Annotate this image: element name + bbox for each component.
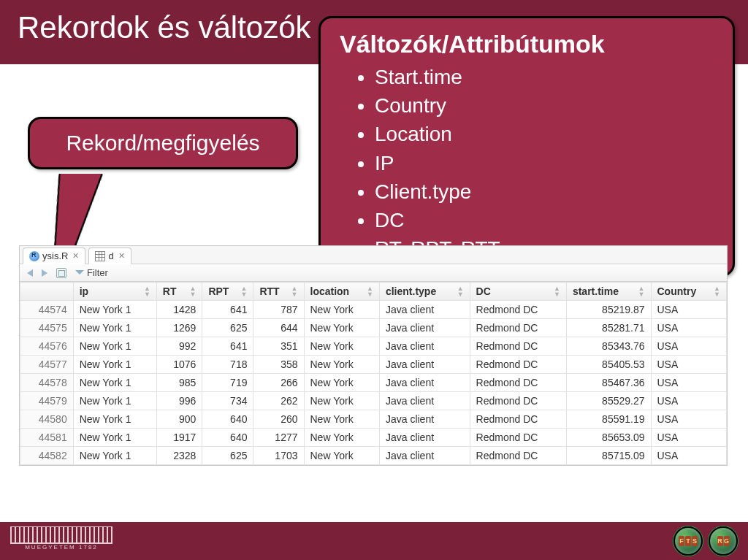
sort-icon[interactable]: ▲▼: [241, 285, 248, 297]
nav-back-button[interactable]: [27, 269, 33, 277]
table-cell: 351: [253, 337, 304, 356]
callout-record-text: Rekord/megfigyelés: [66, 131, 259, 155]
close-icon[interactable]: ✕: [72, 251, 79, 261]
sort-icon[interactable]: ▲▼: [144, 285, 150, 297]
table-cell: 985: [156, 374, 202, 392]
table-cell: Redmond DC: [470, 410, 566, 429]
table-cell: 734: [202, 392, 253, 410]
popout-icon: [56, 268, 66, 278]
table-cell: New York: [304, 301, 379, 319]
table-cell: 85653.09: [566, 429, 651, 447]
attr-item: Country: [375, 91, 714, 120]
table-row[interactable]: 44574New York 11428641787New YorkJava cl…: [20, 301, 727, 319]
table-cell: New York: [304, 374, 379, 392]
table-cell: Redmond DC: [470, 374, 566, 392]
table-cell: 85281.71: [566, 319, 651, 337]
table-cell: USA: [651, 301, 727, 319]
table-cell: 44581: [20, 429, 74, 447]
table-row[interactable]: 44582New York 123286251703New YorkJava c…: [20, 447, 727, 465]
filter-button[interactable]: Filter: [75, 267, 108, 278]
table-cell: New York 1: [73, 429, 156, 447]
nav-fwd-button[interactable]: [42, 269, 47, 277]
table-cell: 996: [156, 392, 202, 410]
sort-icon[interactable]: ▲▼: [714, 285, 720, 297]
table-cell: 358: [253, 356, 304, 374]
column-header[interactable]: ip▲▼: [73, 283, 156, 301]
column-header[interactable]: client.type▲▼: [379, 283, 470, 301]
table-row[interactable]: 44581New York 119176401277New YorkJava c…: [20, 429, 727, 447]
tab-dataframe[interactable]: d ✕: [88, 248, 131, 264]
sort-icon[interactable]: ▲▼: [457, 285, 464, 297]
column-header[interactable]: RTT▲▼: [253, 283, 304, 301]
sort-icon[interactable]: ▲▼: [189, 285, 196, 297]
table-cell: 1917: [156, 429, 202, 447]
table-cell: New York 1: [73, 410, 156, 429]
table-body: 44574New York 11428641787New YorkJava cl…: [20, 301, 727, 465]
column-header[interactable]: start.time▲▼: [566, 283, 651, 301]
column-header[interactable]: [20, 283, 74, 301]
table-cell: 787: [253, 301, 304, 319]
table-cell: New York 1: [73, 356, 156, 374]
table-cell: 44574: [20, 301, 74, 319]
table-cell: New York 1: [73, 374, 156, 392]
table-cell: 641: [202, 337, 253, 356]
table-cell: New York: [304, 356, 379, 374]
sort-icon[interactable]: ▲▼: [554, 285, 560, 297]
sort-icon[interactable]: ▲▼: [638, 285, 645, 297]
column-header[interactable]: location▲▼: [304, 283, 379, 301]
arrow-right-icon: [42, 269, 47, 277]
sort-icon[interactable]: ▲▼: [367, 285, 373, 297]
table-cell: Java client: [379, 392, 470, 410]
table-cell: Redmond DC: [470, 356, 566, 374]
table-cell: 85343.76: [566, 337, 651, 356]
table-cell: 262: [253, 392, 304, 410]
table-cell: Java client: [379, 356, 470, 374]
attr-item: IP: [375, 149, 714, 177]
table-cell: Redmond DC: [470, 392, 566, 410]
table-cell: New York 1: [73, 301, 156, 319]
table-cell: Java client: [379, 337, 470, 356]
table-cell: USA: [651, 447, 727, 465]
table-cell: 44582: [20, 447, 74, 465]
table-cell: New York 1: [73, 319, 156, 337]
table-cell: Java client: [379, 429, 470, 447]
callout-attributes: Változók/Attribútumok Start.time Country…: [318, 16, 735, 277]
table-cell: New York: [304, 392, 379, 410]
footer-badges: FTS RG: [673, 526, 738, 556]
attr-item: Location: [375, 120, 714, 148]
table-cell: 640: [202, 410, 253, 429]
callout-attributes-heading: Változók/Attribútumok: [340, 30, 714, 58]
table-cell: USA: [651, 319, 727, 337]
table-cell: 85467.36: [566, 374, 651, 392]
sort-icon[interactable]: ▲▼: [291, 285, 298, 297]
column-header[interactable]: DC▲▼: [470, 283, 566, 301]
table-row[interactable]: 44579New York 1996734262New YorkJava cli…: [20, 392, 727, 410]
tab-script[interactable]: ysis.R ✕: [23, 248, 85, 264]
table-cell: New York: [304, 319, 379, 337]
table-row[interactable]: 44580New York 1900640260New YorkJava cli…: [20, 410, 727, 429]
close-icon[interactable]: ✕: [118, 251, 125, 261]
table-cell: 719: [202, 374, 253, 392]
table-cell: 900: [156, 410, 202, 429]
table-cell: Redmond DC: [470, 301, 566, 319]
table-cell: 992: [156, 337, 202, 356]
table-cell: Redmond DC: [470, 429, 566, 447]
table-cell: 44578: [20, 374, 74, 392]
table-row[interactable]: 44576New York 1992641351New YorkJava cli…: [20, 337, 727, 356]
popout-button[interactable]: [56, 268, 66, 278]
callout-attributes-list: Start.time Country Location IP Client.ty…: [340, 63, 714, 263]
column-header[interactable]: RPT▲▼: [202, 283, 253, 301]
table-cell: New York: [304, 410, 379, 429]
attr-item: Client.type: [375, 177, 714, 206]
table-row[interactable]: 44575New York 11269625644New YorkJava cl…: [20, 319, 727, 337]
table-row[interactable]: 44577New York 11076718358New YorkJava cl…: [20, 356, 727, 374]
column-header[interactable]: Country▲▼: [651, 283, 727, 301]
table-cell: 640: [202, 429, 253, 447]
table-cell: Redmond DC: [470, 447, 566, 465]
arrow-left-icon: [27, 269, 33, 277]
column-header[interactable]: RT▲▼: [156, 283, 202, 301]
table-cell: New York: [304, 337, 379, 356]
table-row[interactable]: 44578New York 1985719266New YorkJava cli…: [20, 374, 727, 392]
table-cell: 2328: [156, 447, 202, 465]
table-cell: 260: [253, 410, 304, 429]
